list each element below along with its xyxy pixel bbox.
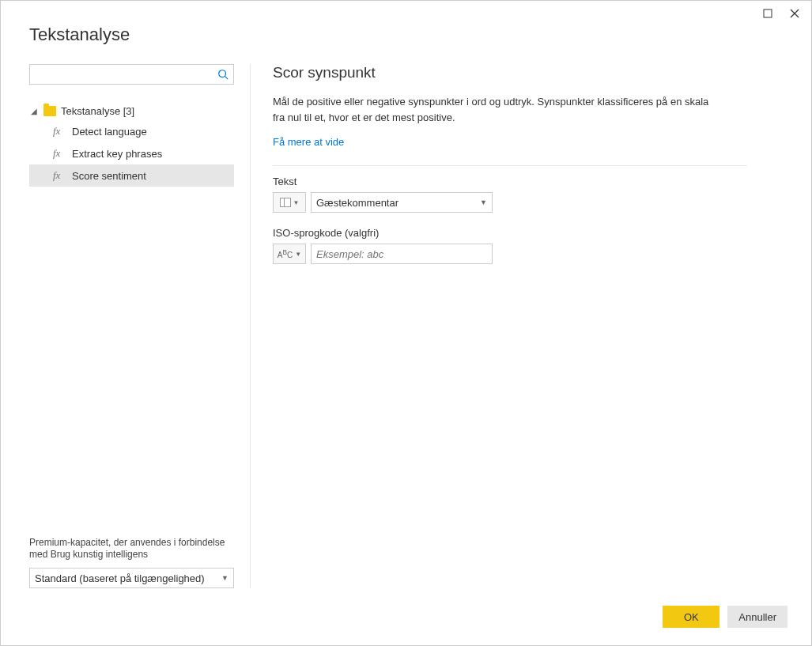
- dialog-footer: OK Annuller: [663, 606, 787, 628]
- tree-item-label: Score sentiment: [72, 170, 146, 182]
- tree-item-detect-language[interactable]: fx Detect language: [29, 120, 234, 142]
- capacity-value: Standard (baseret på tilgængelighed): [35, 572, 205, 584]
- tree-folder-tekstanalyse[interactable]: ◢ Tekstanalyse [3]: [29, 102, 234, 120]
- maximize-button[interactable]: [762, 8, 773, 19]
- dialog-title: Tekstanalyse: [1, 1, 811, 59]
- svg-rect-0: [764, 9, 772, 17]
- right-panel: Scor synspunkt Mål de positive eller neg…: [251, 64, 787, 588]
- text-column-value: Gæstekommentar: [316, 197, 398, 209]
- close-button[interactable]: [789, 8, 800, 19]
- fx-icon: fx: [53, 125, 66, 138]
- column-icon: [280, 198, 291, 207]
- caret-down-icon: ◢: [31, 107, 39, 115]
- field-text-label: Tekst: [273, 176, 747, 187]
- left-panel: ◢ Tekstanalyse [3] fx Detect language fx…: [29, 64, 251, 588]
- text-column-dropdown[interactable]: Gæstekommentar ▼: [311, 192, 493, 213]
- learn-more-link[interactable]: Få mere at vide: [273, 136, 344, 148]
- text-type-picker[interactable]: ▼: [273, 192, 306, 213]
- svg-point-3: [219, 70, 226, 77]
- tree-item-label: Detect language: [72, 126, 147, 138]
- tree-item-extract-key-phrases[interactable]: fx Extract key phrases: [29, 142, 234, 164]
- divider: [273, 165, 747, 166]
- capacity-block: Premium-kapacitet, der anvendes i forbin…: [29, 529, 234, 588]
- fx-icon: fx: [53, 169, 66, 182]
- field-iso: ISO-sprogkode (valgfri) ABC ▼: [273, 227, 747, 264]
- folder-icon: [43, 106, 56, 116]
- field-text: Tekst ▼ Gæstekommentar ▼: [273, 176, 747, 213]
- fx-icon: fx: [53, 147, 66, 160]
- section-description: Mål de positive eller negative synspunkt…: [273, 94, 716, 125]
- capacity-dropdown[interactable]: Standard (baseret på tilgængelighed) ▼: [29, 568, 234, 588]
- search-box[interactable]: [29, 64, 234, 85]
- search-input[interactable]: [30, 65, 213, 84]
- chevron-down-icon: ▼: [295, 251, 301, 258]
- search-icon[interactable]: [213, 65, 233, 84]
- svg-line-4: [225, 77, 228, 80]
- cancel-button[interactable]: Annuller: [727, 606, 787, 628]
- chevron-down-icon: ▼: [221, 574, 228, 582]
- section-heading: Scor synspunkt: [273, 64, 787, 81]
- iso-type-picker[interactable]: ABC ▼: [273, 244, 306, 264]
- tree-item-label: Extract key phrases: [72, 148, 162, 160]
- field-iso-label: ISO-sprogkode (valgfri): [273, 227, 747, 239]
- abc-icon: ABC: [278, 248, 293, 259]
- iso-input-wrap[interactable]: [311, 244, 493, 264]
- ok-button[interactable]: OK: [663, 606, 719, 628]
- iso-input[interactable]: [316, 248, 487, 260]
- chevron-down-icon: ▼: [293, 199, 300, 206]
- folder-label: Tekstanalyse [3]: [61, 105, 134, 117]
- capacity-label: Premium-kapacitet, der anvendes i forbin…: [29, 537, 234, 561]
- chevron-down-icon: ▼: [480, 198, 487, 206]
- function-tree: ◢ Tekstanalyse [3] fx Detect language fx…: [29, 102, 234, 529]
- tree-item-score-sentiment[interactable]: fx Score sentiment: [29, 164, 234, 187]
